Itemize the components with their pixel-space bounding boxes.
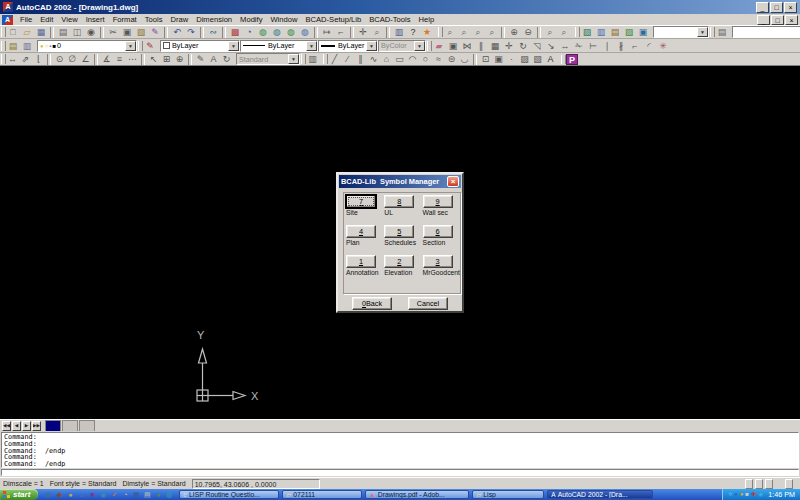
properties-window-icon[interactable]: ▥ bbox=[594, 26, 608, 38]
layer-freeze-sun-icon[interactable]: ○ bbox=[45, 43, 49, 49]
mtext-icon[interactable]: A bbox=[544, 53, 557, 65]
back-button[interactable]: 0Back bbox=[352, 297, 392, 310]
mdi-close-button[interactable]: × bbox=[785, 15, 798, 25]
snap-toggle[interactable] bbox=[715, 479, 723, 489]
layer-lock-icon[interactable]: ▪ bbox=[49, 43, 51, 49]
symbol-button[interactable]: 7 bbox=[346, 195, 376, 208]
chamfer-icon[interactable]: ⌐ bbox=[628, 40, 642, 52]
dimension-update-icon[interactable]: ↻ bbox=[220, 53, 233, 65]
explode-icon[interactable]: ✳ bbox=[656, 40, 670, 52]
zoom-extents-icon[interactable]: ⌕ bbox=[557, 26, 571, 38]
spline-icon[interactable]: ≈ bbox=[432, 53, 445, 65]
dimension-style-icon[interactable]: ▥ bbox=[306, 53, 319, 65]
close-button[interactable]: × bbox=[784, 2, 797, 13]
tray-icon-3[interactable]: ● bbox=[740, 490, 744, 499]
layer-color-swatch[interactable]: ■ bbox=[52, 43, 56, 49]
quicklaunch-icon-9[interactable]: ▦ bbox=[131, 490, 141, 499]
lwt-toggle[interactable] bbox=[775, 479, 783, 489]
task-lisp-routine-question[interactable]: e LISP Routine Questio... bbox=[179, 490, 279, 499]
minimize-button[interactable]: _ bbox=[756, 2, 769, 13]
fillet-icon[interactable]: ◜ bbox=[642, 40, 656, 52]
menu-view[interactable]: View bbox=[57, 15, 81, 24]
menu-tools[interactable]: Tools bbox=[141, 15, 167, 24]
symbol-button[interactable]: 2 bbox=[384, 255, 414, 268]
zoom-window-icon[interactable]: ⌕ bbox=[443, 26, 457, 38]
zoom-all-icon[interactable]: ⌕ bbox=[543, 26, 557, 38]
plot-icon[interactable]: ▤ bbox=[56, 26, 70, 38]
menu-modify[interactable]: Modify bbox=[236, 15, 266, 24]
next-tab-button[interactable]: ▶ bbox=[22, 421, 31, 431]
quicklaunch-icon-1[interactable]: ▣ bbox=[43, 490, 53, 499]
publish-web-icon[interactable]: ◍ bbox=[256, 26, 270, 38]
array-icon[interactable]: ▦ bbox=[488, 40, 502, 52]
task-folder-lisp[interactable]: ▱ Lisp bbox=[472, 490, 544, 499]
quicklaunch-icon-6[interactable]: ◉ bbox=[98, 490, 108, 499]
last-tab-button[interactable]: ▶▶ bbox=[32, 421, 41, 431]
whats-new-icon[interactable]: ★ bbox=[420, 26, 434, 38]
ellipse-arc-icon[interactable]: ◡ bbox=[458, 53, 471, 65]
find-icon[interactable]: ◉ bbox=[84, 26, 98, 38]
batchplot-icon[interactable]: ▨ bbox=[622, 26, 636, 38]
quicklaunch-icon-4[interactable]: ▲ bbox=[76, 490, 86, 499]
region-icon[interactable]: ▧ bbox=[531, 53, 544, 65]
rotate-icon[interactable]: ↻ bbox=[516, 40, 530, 52]
erase-icon[interactable]: ▰ bbox=[432, 40, 446, 52]
quick-leader-icon[interactable]: ↖ bbox=[147, 53, 160, 65]
support-assistance-icon[interactable]: ▣ bbox=[636, 26, 650, 38]
layer-combo[interactable]: ●○▪■ 0 ▼ bbox=[37, 40, 137, 52]
polygon-icon[interactable]: ⌂ bbox=[380, 53, 393, 65]
symbol-button[interactable]: 8 bbox=[384, 195, 414, 208]
color-combo[interactable]: ByLayer ▼ bbox=[160, 40, 240, 52]
menu-bcad-tools[interactable]: BCAD-Tools bbox=[365, 15, 414, 24]
grid-toggle[interactable] bbox=[725, 479, 733, 489]
bcad-p-tool-icon[interactable]: P bbox=[566, 54, 578, 65]
menu-bcad-setup-lib[interactable]: BCAD-Setup/Lib bbox=[301, 15, 365, 24]
quicklaunch-icon-12[interactable]: ◍ bbox=[164, 490, 174, 499]
center-mark-icon[interactable]: ⊕ bbox=[173, 53, 186, 65]
menu-draw[interactable]: Draw bbox=[166, 15, 192, 24]
menu-insert[interactable]: Insert bbox=[82, 15, 109, 24]
undo-icon[interactable]: ↶ bbox=[170, 26, 184, 38]
tray-icon-2[interactable]: ● bbox=[734, 490, 738, 499]
stretch-icon[interactable]: ↘ bbox=[544, 40, 558, 52]
menu-file[interactable]: File bbox=[16, 15, 36, 24]
mirror-icon[interactable]: ⋈ bbox=[460, 40, 474, 52]
chevron-down-icon[interactable]: ▼ bbox=[125, 41, 136, 51]
tab-layout2[interactable] bbox=[79, 420, 95, 431]
plot-preview-icon[interactable]: ◫ bbox=[70, 26, 84, 38]
dimension-text-edit-icon[interactable]: A bbox=[207, 53, 220, 65]
today-icon[interactable]: ▩ bbox=[228, 26, 242, 38]
meet-now-icon[interactable]: ◔ bbox=[242, 26, 256, 38]
radius-dimension-icon[interactable]: ⊙ bbox=[53, 53, 66, 65]
quicklaunch-icon-7[interactable]: ✓ bbox=[109, 490, 119, 499]
menu-help[interactable]: Help bbox=[415, 15, 439, 24]
continue-dimension-icon[interactable]: ⋯ bbox=[126, 53, 139, 65]
multiline-icon[interactable]: ∥ bbox=[354, 53, 367, 65]
dialog-title-bar[interactable]: BCAD-Lib Symbol Manager × bbox=[339, 175, 461, 188]
command-input[interactable] bbox=[1, 469, 799, 476]
copy-object-icon[interactable]: ▣ bbox=[446, 40, 460, 52]
open-icon[interactable]: ▱ bbox=[20, 26, 34, 38]
diameter-dimension-icon[interactable]: ∅ bbox=[66, 53, 79, 65]
quicklaunch-icon-8[interactable]: ◔ bbox=[120, 490, 130, 499]
tab-layout1[interactable] bbox=[62, 420, 78, 431]
break-at-point-icon[interactable]: ∣ bbox=[600, 40, 614, 52]
pan-realtime-icon[interactable]: ✛ bbox=[356, 26, 370, 38]
symbol-button[interactable]: 1 bbox=[346, 255, 376, 268]
osnap-toggle[interactable] bbox=[755, 479, 763, 489]
insert-hyperlink-icon[interactable]: ∾ bbox=[206, 26, 220, 38]
new-icon[interactable]: □ bbox=[6, 26, 20, 38]
quicklaunch-icon-10[interactable]: ▤ bbox=[142, 490, 152, 499]
layer-states-icon[interactable]: ▥ bbox=[20, 40, 34, 52]
polar-toggle[interactable] bbox=[745, 479, 753, 489]
mdi-minimize-button[interactable]: _ bbox=[757, 15, 770, 25]
construction-line-icon[interactable]: ∕ bbox=[341, 53, 354, 65]
quicklaunch-icon-3[interactable]: ● bbox=[65, 490, 75, 499]
match-properties-icon[interactable]: ✎ bbox=[148, 26, 162, 38]
otrack-toggle[interactable] bbox=[765, 479, 773, 489]
rectangle-icon[interactable]: ▭ bbox=[393, 53, 406, 65]
save-icon[interactable]: ▦ bbox=[34, 26, 48, 38]
cut-icon[interactable]: ✂ bbox=[106, 26, 120, 38]
task-folder-072111[interactable]: ▱ 072111 bbox=[282, 490, 362, 499]
chevron-down-icon[interactable]: ▼ bbox=[306, 41, 317, 51]
